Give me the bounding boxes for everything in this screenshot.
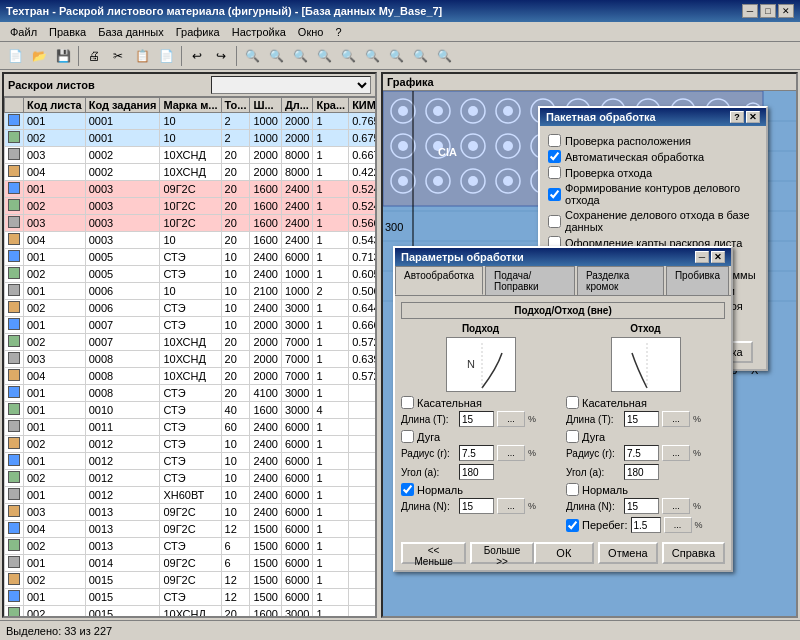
table-row[interactable]: 002 0012 СТЭ 10 2400 6000 1 — [5, 436, 376, 453]
params-less-button[interactable]: << Меньше — [401, 542, 466, 564]
table-row[interactable]: 001 0007 СТЭ 10 2000 3000 1 0.666684 6 4… — [5, 317, 376, 334]
table-row[interactable]: 002 0015 09Г2С 12 1500 6000 1 — [5, 572, 376, 589]
tb-zoom8[interactable]: 🔍 — [409, 45, 431, 67]
exit-normlen-input[interactable] — [624, 498, 659, 514]
table-row[interactable]: 002 0003 10Г2С 20 1600 2400 1 0.524862 3… — [5, 198, 376, 215]
table-row[interactable]: 001 0012 ХН60ВТ 10 2400 6000 1 — [5, 487, 376, 504]
approach-angle-input[interactable] — [459, 464, 494, 480]
tb-cut[interactable]: ✂ — [107, 45, 129, 67]
table-scroll[interactable]: Код листа Код задания Марка м... То... Ш… — [4, 97, 375, 616]
batch-check-4[interactable] — [548, 215, 561, 228]
dialog-params-min[interactable]: ─ — [695, 251, 709, 263]
tb-zoom4[interactable]: 🔍 — [313, 45, 335, 67]
table-row[interactable]: 004 0008 10ХСНД 20 2000 7000 1 0.572939 … — [5, 368, 376, 385]
dialog-batch-help[interactable]: ? — [730, 111, 744, 123]
exit-length-btn[interactable]: ... — [662, 411, 690, 427]
batch-check-1[interactable] — [548, 150, 561, 163]
table-row[interactable]: 004 0013 09Г2С 12 1500 6000 1 — [5, 521, 376, 538]
table-row[interactable]: 001 0003 09Г2С 20 1600 2400 1 0.524862 3… — [5, 181, 376, 198]
params-cancel-button[interactable]: Отмена — [598, 542, 658, 564]
tb-new[interactable]: 📄 — [4, 45, 26, 67]
tab-edge[interactable]: Разделка кромок — [577, 266, 664, 295]
col-l[interactable]: Дл... — [281, 98, 312, 113]
exit-length-input[interactable] — [624, 411, 659, 427]
graphic-area[interactable]: 1000 500 400 300 — [383, 91, 796, 616]
table-row[interactable]: 004 0003 10 20 1600 2400 1 0.543095 10.4 — [5, 232, 376, 249]
table-row[interactable]: 002 0005 СТЭ 10 2400 1000 1 0.605044 14.… — [5, 266, 376, 283]
tb-zoom2[interactable]: 🔍 — [265, 45, 287, 67]
col-kim[interactable]: КИМ — [349, 98, 375, 113]
tb-undo[interactable]: ↩ — [186, 45, 208, 67]
exit-normlen-btn[interactable]: ... — [662, 498, 690, 514]
menu-database[interactable]: База данных — [92, 24, 170, 40]
params-help-button[interactable]: Справка — [662, 542, 725, 564]
menu-window[interactable]: Окно — [292, 24, 330, 40]
table-row[interactable]: 001 0014 09Г2С 6 1500 6000 1 — [5, 555, 376, 572]
col-task[interactable]: Код задания — [85, 98, 160, 113]
table-row[interactable]: 003 0008 10ХСНД 20 2000 7000 1 0.639895 … — [5, 351, 376, 368]
tb-zoom6[interactable]: 🔍 — [361, 45, 383, 67]
tb-zoom7[interactable]: 🔍 — [385, 45, 407, 67]
tb-paste[interactable]: 📄 — [155, 45, 177, 67]
table-row[interactable]: 001 0006 10 10 2100 1000 2 0.506454 2 31… — [5, 283, 376, 300]
table-row[interactable]: 001 0010 СТЭ 40 1600 3000 4 — [5, 402, 376, 419]
tab-punch[interactable]: Пробивка — [666, 266, 729, 295]
exit-angle-input[interactable] — [624, 464, 659, 480]
table-row[interactable]: 002 0006 СТЭ 10 2400 3000 1 0.644896 6 4… — [5, 300, 376, 317]
table-row[interactable]: 001 0015 СТЭ 12 1500 6000 1 — [5, 589, 376, 606]
batch-check-2[interactable] — [548, 166, 561, 179]
menu-file[interactable]: Файл — [4, 24, 43, 40]
table-row[interactable]: 001 0001 10 2 1000 2000 1 0.765385 2 31.… — [5, 113, 376, 130]
table-row[interactable]: 002 0007 10ХСНД 20 2000 7000 1 0.572939 … — [5, 334, 376, 351]
approach-normal-input[interactable] — [401, 483, 414, 496]
menu-edit[interactable]: Правка — [43, 24, 92, 40]
exit-overrun-check[interactable] — [566, 519, 579, 532]
tb-redo[interactable]: ↪ — [210, 45, 232, 67]
maximize-button[interactable]: □ — [760, 4, 776, 18]
approach-normlen-btn[interactable]: ... — [497, 498, 525, 514]
params-more-button[interactable]: Больше >> — [470, 542, 534, 564]
table-row[interactable]: 001 0008 СТЭ 20 4100 3000 1 — [5, 385, 376, 402]
table-row[interactable]: 002 0001 10 2 1000 2000 1 0.67504 2 31.2 — [5, 130, 376, 147]
batch-check-3[interactable] — [548, 188, 561, 201]
exit-tangent-input[interactable] — [566, 396, 579, 409]
table-row[interactable]: 001 0005 СТЭ 10 2400 6000 1 0.713663 14.… — [5, 249, 376, 266]
table-row[interactable]: 002 0015 10ХСНД 20 1600 3000 1 — [5, 606, 376, 617]
exit-arc-input[interactable] — [566, 430, 579, 443]
approach-radius-btn[interactable]: ... — [497, 445, 525, 461]
col-code[interactable]: Код листа — [24, 98, 86, 113]
table-row[interactable]: 003 0003 10Г2С 20 1600 2400 1 0.566661 3… — [5, 215, 376, 232]
tb-copy[interactable]: 📋 — [131, 45, 153, 67]
table-row[interactable]: 003 0013 09Г2С 10 2400 6000 1 — [5, 504, 376, 521]
menu-settings[interactable]: Настройка — [226, 24, 292, 40]
col-w[interactable]: Ш... — [250, 98, 281, 113]
tb-print[interactable]: 🖨 — [83, 45, 105, 67]
dialog-params-close[interactable]: ✕ — [711, 251, 725, 263]
tb-zoom3[interactable]: 🔍 — [289, 45, 311, 67]
menu-graphics[interactable]: Графика — [170, 24, 226, 40]
col-mark[interactable]: Марка м... — [160, 98, 221, 113]
approach-tangent-input[interactable] — [401, 396, 414, 409]
approach-normlen-input[interactable] — [459, 498, 494, 514]
tb-open[interactable]: 📂 — [28, 45, 50, 67]
tb-zoom1[interactable]: 🔍 — [241, 45, 263, 67]
tab-feed[interactable]: Подача/Поправки — [485, 266, 575, 295]
tb-zoom5[interactable]: 🔍 — [337, 45, 359, 67]
table-row[interactable]: 002 0013 СТЭ 6 1500 6000 1 — [5, 538, 376, 555]
exit-normal-input[interactable] — [566, 483, 579, 496]
tb-zoom9[interactable]: 🔍 — [433, 45, 455, 67]
col-k[interactable]: Кра... — [313, 98, 349, 113]
tb-save[interactable]: 💾 — [52, 45, 74, 67]
exit-overrun-btn[interactable]: ... — [664, 517, 692, 533]
minimize-button[interactable]: ─ — [742, 4, 758, 18]
exit-overrun-input[interactable] — [631, 517, 661, 533]
dialog-batch-close[interactable]: ✕ — [746, 111, 760, 123]
table-row[interactable]: 001 0011 СТЭ 60 2400 6000 1 1 — [5, 419, 376, 436]
params-ok-button[interactable]: ОК — [534, 542, 594, 564]
batch-check-0[interactable] — [548, 134, 561, 147]
close-button[interactable]: ✕ — [778, 4, 794, 18]
table-row[interactable]: 001 0012 СТЭ 10 2400 6000 1 — [5, 453, 376, 470]
exit-radius-input[interactable] — [624, 445, 659, 461]
menu-help[interactable]: ? — [329, 24, 347, 40]
table-row[interactable]: 002 0012 СТЭ 10 2400 6000 1 — [5, 470, 376, 487]
